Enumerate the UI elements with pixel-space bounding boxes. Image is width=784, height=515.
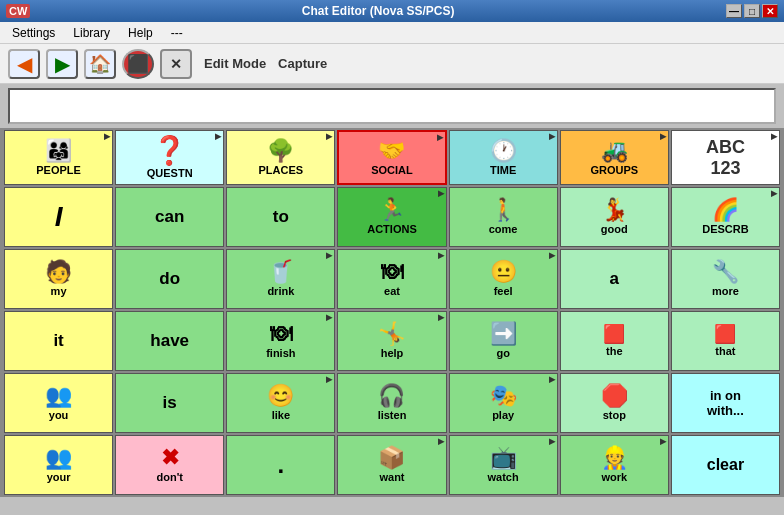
help-label: help [381, 347, 404, 359]
questn-label: QUESTN [147, 167, 193, 179]
arrow-finish: ▶ [326, 314, 332, 322]
cell-listen[interactable]: 🎧 listen [337, 373, 446, 433]
finish-label: finish [266, 347, 295, 359]
cell-clear[interactable]: clear [671, 435, 780, 495]
cell-you[interactable]: 👥 you [4, 373, 113, 433]
arrow-eat: ▶ [438, 252, 444, 260]
descrb-label: DESCRB [702, 223, 748, 235]
watch-icon: 📺 [490, 447, 517, 469]
arrow-want: ▶ [438, 438, 444, 446]
maximize-button[interactable]: □ [744, 4, 760, 18]
cell-work[interactable]: ▶ 👷 work [560, 435, 669, 495]
cell-can[interactable]: can [115, 187, 224, 247]
minimize-button[interactable]: — [726, 4, 742, 18]
x-button[interactable]: ✕ [160, 49, 192, 79]
cell-it[interactable]: it [4, 311, 113, 371]
close-button[interactable]: ✕ [762, 4, 778, 18]
stop-button[interactable]: ⬛ [122, 49, 154, 79]
cell-I[interactable]: I [4, 187, 113, 247]
word-period: . [278, 451, 285, 479]
cell-good[interactable]: 💃 good [560, 187, 669, 247]
cell-time[interactable]: ▶ 🕐 TIME [449, 130, 558, 185]
stop-label: stop [603, 409, 626, 421]
menu-library[interactable]: Library [65, 24, 118, 42]
cell-a[interactable]: a [560, 249, 669, 309]
people-icon: 👨‍👩‍👧 [45, 140, 72, 162]
arrow-play: ▶ [549, 376, 555, 384]
forward-button[interactable]: ▶ [46, 49, 78, 79]
cell-my[interactable]: 🧑 my [4, 249, 113, 309]
cell-come[interactable]: 🚶 come [449, 187, 558, 247]
come-label: come [489, 223, 518, 235]
word-is: is [163, 393, 177, 413]
cell-help[interactable]: ▶ 🤸 help [337, 311, 446, 371]
abc-label: ABC123 [706, 137, 745, 179]
listen-label: listen [378, 409, 407, 421]
cell-go[interactable]: ➡️ go [449, 311, 558, 371]
cell-people[interactable]: ▶ 👨‍👩‍👧 PEOPLE [4, 130, 113, 185]
cell-abc[interactable]: ▶ ABC123 [671, 130, 780, 185]
dont-icon: ✖ [161, 447, 179, 469]
cell-finish[interactable]: ▶ 🍽 finish [226, 311, 335, 371]
cell-drink[interactable]: ▶ 🥤 drink [226, 249, 335, 309]
places-icon: 🌳 [267, 140, 294, 162]
cell-places[interactable]: ▶ 🌳 PLACES [226, 130, 335, 185]
come-icon: 🚶 [490, 199, 517, 221]
arrow-like: ▶ [326, 376, 332, 384]
want-label: want [379, 471, 404, 483]
actions-label: ACTIONS [367, 223, 417, 235]
drink-label: drink [267, 285, 294, 297]
watch-label: watch [488, 471, 519, 483]
back-button[interactable]: ◀ [8, 49, 40, 79]
cell-dont[interactable]: ✖ don't [115, 435, 224, 495]
cell-is[interactable]: is [115, 373, 224, 433]
window-title: Chat Editor (Nova SS/PCS) [30, 4, 726, 18]
cell-questn[interactable]: ▶ ❓ QUESTN [115, 130, 224, 185]
cell-feel[interactable]: ▶ 😐 feel [449, 249, 558, 309]
good-icon: 💃 [601, 199, 628, 221]
groups-icon: 🚜 [601, 140, 628, 162]
cell-want[interactable]: ▶ 📦 want [337, 435, 446, 495]
cell-that[interactable]: 🟥 that [671, 311, 780, 371]
menu-settings[interactable]: Settings [4, 24, 63, 42]
capture-label[interactable]: Capture [278, 56, 327, 71]
cell-play[interactable]: ▶ 🎭 play [449, 373, 558, 433]
that-icon: 🟥 [714, 325, 736, 343]
edit-mode-label[interactable]: Edit Mode [204, 56, 266, 71]
word-to: to [273, 207, 289, 227]
cell-have[interactable]: have [115, 311, 224, 371]
cell-in-on-with[interactable]: in onwith... [671, 373, 780, 433]
feel-icon: 😐 [490, 261, 517, 283]
go-icon: ➡️ [490, 323, 517, 345]
cell-eat[interactable]: ▶ 🍽 eat [337, 249, 446, 309]
cell-like[interactable]: ▶ 😊 like [226, 373, 335, 433]
cell-to[interactable]: to [226, 187, 335, 247]
feel-label: feel [494, 285, 513, 297]
cell-social[interactable]: ▶ 🤝 SOCIAL [337, 130, 446, 185]
cell-period[interactable]: . [226, 435, 335, 495]
arrow-places: ▶ [326, 133, 332, 141]
title-bar: CW Chat Editor (Nova SS/PCS) — □ ✕ [0, 0, 784, 22]
menu-extra[interactable]: --- [163, 24, 191, 42]
text-input-area[interactable] [8, 88, 776, 124]
cell-groups[interactable]: ▶ 🚜 GROUPS [560, 130, 669, 185]
you-label: you [49, 409, 69, 421]
cell-watch[interactable]: ▶ 📺 watch [449, 435, 558, 495]
word-have: have [150, 331, 189, 351]
arrow-descrb: ▶ [771, 190, 777, 198]
cell-do[interactable]: do [115, 249, 224, 309]
the-icon: 🟥 [603, 325, 625, 343]
menu-help[interactable]: Help [120, 24, 161, 42]
cell-your[interactable]: 👥 your [4, 435, 113, 495]
cell-descrb[interactable]: ▶ 🌈 DESCRB [671, 187, 780, 247]
window-controls: — □ ✕ [726, 4, 778, 18]
cell-the[interactable]: 🟥 the [560, 311, 669, 371]
home-button[interactable]: 🏠 [84, 49, 116, 79]
cell-more[interactable]: 🔧 more [671, 249, 780, 309]
symbol-grid: ▶ 👨‍👩‍👧 PEOPLE ▶ ❓ QUESTN ▶ 🌳 PLACES ▶ 🤝… [0, 128, 784, 497]
listen-icon: 🎧 [378, 385, 405, 407]
cell-stop[interactable]: 🛑 stop [560, 373, 669, 433]
cell-actions[interactable]: ▶ 🏃 ACTIONS [337, 187, 446, 247]
title-bar-icon-area: CW [6, 4, 30, 18]
people-label: PEOPLE [36, 164, 81, 176]
